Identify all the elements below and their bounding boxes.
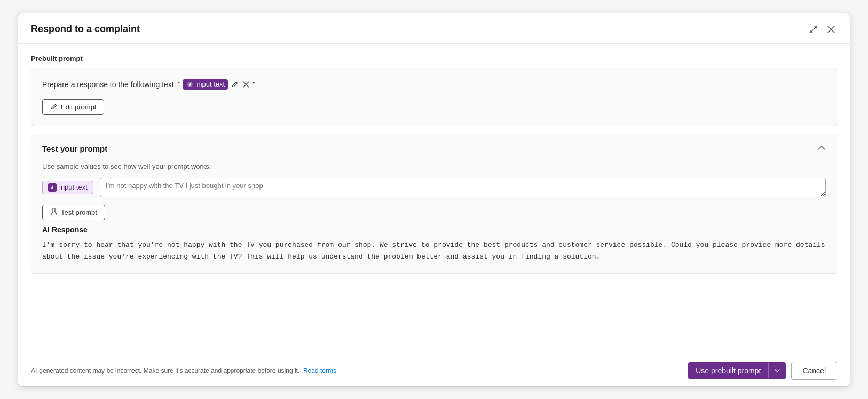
- sample-description: Use sample values to see how well your p…: [42, 162, 826, 170]
- use-btn-label: Use prebuilt prompt: [688, 362, 768, 379]
- ai-response-section: AI Response I'm sorry to hear that you'r…: [42, 225, 826, 263]
- cancel-button[interactable]: Cancel: [791, 362, 837, 380]
- use-btn-chevron-icon: [768, 363, 786, 378]
- dialog-header: Respond to a complaint: [18, 13, 850, 44]
- prompt-text: Prepare a response to the following text…: [42, 79, 826, 90]
- dialog-body: Prebuilt prompt Prepare a response to th…: [18, 44, 850, 355]
- chevron-svg: [817, 144, 826, 152]
- flask-icon: [50, 208, 58, 216]
- close-icon: [827, 26, 835, 33]
- close-button[interactable]: [825, 24, 837, 35]
- test-section-header[interactable]: Test your prompt: [31, 135, 837, 162]
- input-chip-icon: [48, 183, 57, 192]
- edit-prompt-label: Edit prompt: [61, 103, 96, 111]
- input-chip: input text: [42, 181, 93, 194]
- footer-disclaimer: AI-generated content may be incorrect. M…: [31, 367, 336, 374]
- edit-prompt-icon: [50, 103, 58, 111]
- chip-edit-button[interactable]: [230, 80, 240, 89]
- chip-spark-small: [50, 185, 55, 190]
- use-prebuilt-prompt-button[interactable]: Use prebuilt prompt: [688, 362, 786, 379]
- prompt-chip: input text: [183, 79, 228, 90]
- prebuilt-prompt-section: Prebuilt prompt Prepare a response to th…: [31, 54, 837, 126]
- chevron-down-svg: [774, 367, 780, 374]
- read-terms-link[interactable]: Read terms: [303, 367, 336, 374]
- ai-response-label: AI Response: [42, 225, 826, 234]
- prompt-prefix: Prepare a response to the following text…: [42, 80, 180, 89]
- header-actions: [807, 23, 837, 36]
- chip-remove-icon: [243, 81, 249, 88]
- prompt-card: Prepare a response to the following text…: [31, 68, 837, 126]
- test-input-field[interactable]: [100, 178, 826, 197]
- footer-actions: Use prebuilt prompt Cancel: [688, 362, 837, 380]
- dialog: Respond to a complaint Prebuilt prompt P…: [18, 13, 850, 387]
- test-btn-label: Test prompt: [61, 208, 97, 216]
- edit-prompt-button[interactable]: Edit prompt: [42, 99, 104, 115]
- spark-svg: [187, 81, 193, 88]
- test-prompt-section: Test your prompt Use sample values to se…: [31, 135, 837, 274]
- dialog-footer: AI-generated content may be incorrect. M…: [18, 355, 850, 386]
- prebuilt-prompt-label: Prebuilt prompt: [31, 54, 837, 62]
- test-prompt-button[interactable]: Test prompt: [42, 205, 105, 220]
- disclaimer-text: AI-generated content may be incorrect. M…: [31, 367, 299, 374]
- input-chip-label: input text: [59, 183, 88, 191]
- ai-response-text: I'm sorry to hear that you're not happy …: [42, 239, 826, 263]
- prompt-suffix: ": [252, 80, 255, 89]
- chip-label: input text: [196, 80, 225, 88]
- expand-button[interactable]: [807, 23, 820, 36]
- test-section-body: Use sample values to see how well your p…: [31, 162, 837, 273]
- chip-edit-icon: [231, 81, 239, 88]
- chevron-up-icon: [817, 144, 826, 154]
- dialog-title: Respond to a complaint: [31, 24, 140, 35]
- input-row: input text: [42, 178, 826, 197]
- chip-spark-icon: [186, 80, 194, 89]
- chip-remove-button[interactable]: [242, 81, 250, 88]
- test-section-title: Test your prompt: [42, 144, 107, 153]
- expand-icon: [809, 25, 818, 34]
